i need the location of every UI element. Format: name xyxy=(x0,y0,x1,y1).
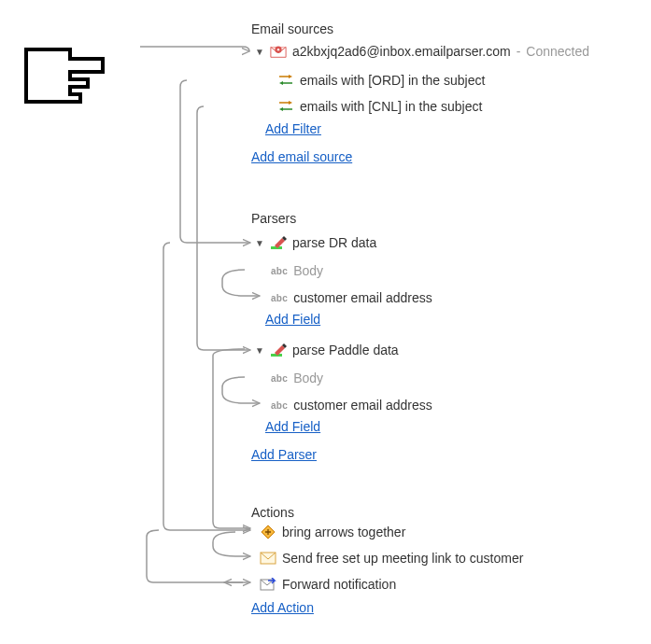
filter-icon xyxy=(277,98,294,115)
section-title-parsers: Parsers xyxy=(251,211,296,226)
parser-2-field-1[interactable]: Body xyxy=(293,371,323,385)
add-parser-link[interactable]: Add Parser xyxy=(251,447,317,462)
email-source-address[interactable]: a2kbxjq2ad6@inbox.emailparser.com xyxy=(292,44,511,59)
merge-diamond-icon xyxy=(260,524,276,540)
abc-icon: abc xyxy=(271,400,288,411)
expander-parser-2[interactable]: ▼ xyxy=(255,345,264,355)
add-field-link-1[interactable]: Add Field xyxy=(265,312,320,327)
add-filter-link[interactable]: Add Filter xyxy=(265,121,321,136)
parser-1-field-1[interactable]: Body xyxy=(293,263,323,278)
expander-parser-1[interactable]: ▼ xyxy=(255,238,264,247)
highlighter-icon xyxy=(270,342,287,358)
abc-icon: abc xyxy=(271,266,288,276)
section-title-actions: Actions xyxy=(251,505,294,520)
section-title-email-sources: Email sources xyxy=(251,21,333,36)
parser-1-field-2[interactable]: customer email address xyxy=(293,290,432,305)
add-field-link-2[interactable]: Add Field xyxy=(265,419,320,434)
action-item-1[interactable]: bring arrows together xyxy=(282,525,405,539)
abc-icon: abc xyxy=(271,373,288,384)
abc-icon: abc xyxy=(271,293,288,303)
svg-point-1 xyxy=(277,49,279,50)
add-email-source-link[interactable]: Add email source xyxy=(251,149,352,164)
action-item-2[interactable]: Send free set up meeting link to custome… xyxy=(282,551,523,566)
parser-2-field-2[interactable]: customer email address xyxy=(293,398,432,413)
add-action-link[interactable]: Add Action xyxy=(251,600,314,615)
highlighter-icon xyxy=(270,234,287,251)
email-gear-icon xyxy=(270,43,287,60)
action-item-3[interactable]: Forward notification xyxy=(282,577,396,592)
pointing-hand-icon xyxy=(19,42,112,115)
expander-email-source[interactable]: ▼ xyxy=(255,47,264,56)
forward-icon xyxy=(260,576,276,593)
parser-1-name[interactable]: parse DR data xyxy=(292,235,376,250)
email-source-status-separator: - xyxy=(517,44,521,59)
send-email-icon xyxy=(260,550,276,567)
email-source-status: Connected xyxy=(526,44,589,59)
filter-item-2[interactable]: emails with [CNL] in the subject xyxy=(300,99,482,114)
filter-icon xyxy=(277,72,294,89)
filter-item-1[interactable]: emails with [ORD] in the subject xyxy=(300,73,485,88)
parser-2-name[interactable]: parse Paddle data xyxy=(292,343,399,357)
